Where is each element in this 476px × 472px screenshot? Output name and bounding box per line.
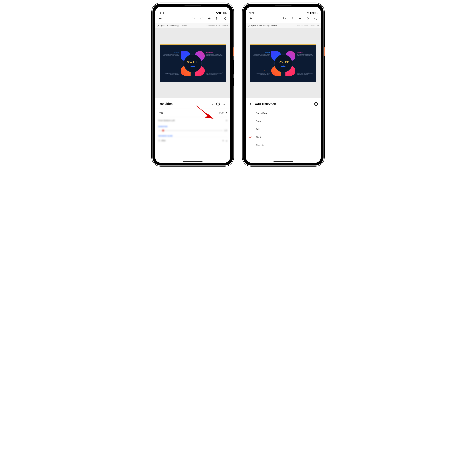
play-button[interactable] bbox=[213, 15, 221, 22]
undo-button[interactable] bbox=[280, 15, 288, 22]
undo-button[interactable] bbox=[190, 15, 198, 22]
transition-option-fall[interactable]: Fall bbox=[246, 125, 321, 133]
speaker-grill bbox=[275, 5, 292, 6]
transition-option-pivot[interactable]: Pivot bbox=[246, 133, 321, 141]
document-title: Zylker - Brand Strategy - Android bbox=[160, 25, 187, 27]
svg-rect-7 bbox=[310, 12, 311, 12]
add-button[interactable] bbox=[205, 15, 213, 22]
play-button[interactable] bbox=[304, 15, 312, 22]
type-value: Pivot bbox=[219, 112, 224, 114]
type-row[interactable]: Type Pivot bbox=[155, 109, 230, 117]
volume-button bbox=[324, 60, 325, 75]
swot-underline bbox=[190, 66, 195, 67]
check-icon bbox=[249, 136, 252, 139]
status-bar: 10:10 100% bbox=[155, 7, 230, 14]
chevron-right-icon bbox=[226, 112, 227, 114]
panel-header: Transition bbox=[155, 98, 230, 109]
swot-title: SWOT bbox=[278, 60, 289, 64]
swot-subtitle: Analysis bbox=[188, 65, 197, 65]
swot-underline bbox=[281, 66, 286, 67]
swot-center: SWOT Analysis bbox=[184, 54, 202, 72]
document-bar: Zylker - Brand Strategy - Android Last s… bbox=[246, 23, 321, 28]
reorder-icon[interactable] bbox=[209, 101, 215, 107]
blurred-options: From Bottom-Left▾ DURATION 1.5 ADVANCE S… bbox=[155, 117, 230, 144]
nav-pill[interactable] bbox=[273, 161, 293, 162]
slide-canvas[interactable]: SWOT Analysis StrengthsA strong brand, l… bbox=[155, 28, 230, 98]
phone-frame-right: 10:10 100% Zylker - Brand Strategy - And… bbox=[242, 3, 324, 166]
list-title: Add Transition bbox=[255, 102, 313, 106]
slide-preview: SWOT Analysis StrengthsA strong brand, l… bbox=[250, 44, 316, 82]
swot-title: SWOT bbox=[187, 60, 198, 64]
panel-back-button[interactable] bbox=[248, 101, 254, 107]
nav-pill[interactable] bbox=[183, 161, 203, 162]
document-title: Zylker - Brand Strategy - Android bbox=[251, 25, 277, 27]
screen-right: 10:10 100% Zylker - Brand Strategy - And… bbox=[246, 7, 321, 163]
slide-canvas[interactable]: SWOT Analysis StrengthsA strong brand, l… bbox=[246, 28, 321, 98]
last-saved-text: Last saved at 12:32:03 PM bbox=[297, 25, 319, 27]
preview-play-icon[interactable] bbox=[215, 101, 221, 107]
redo-button[interactable] bbox=[288, 15, 296, 22]
wifi-icon bbox=[307, 12, 309, 14]
collapse-icon[interactable] bbox=[221, 101, 227, 107]
side-button bbox=[324, 78, 325, 86]
swot-subtitle: Analysis bbox=[279, 65, 288, 65]
edit-icon[interactable] bbox=[157, 25, 159, 27]
direction-value: From Bottom-Left bbox=[158, 119, 175, 122]
redo-button[interactable] bbox=[198, 15, 205, 22]
quad-weaknesses: WeaknessesHigher than industry average t… bbox=[297, 52, 314, 58]
duration-value: 1.5 bbox=[224, 129, 227, 132]
quad-opportunities: OpportunitiesRefer to favorable external… bbox=[162, 69, 179, 75]
volume-button bbox=[233, 60, 234, 75]
back-button[interactable] bbox=[247, 15, 255, 22]
app-toolbar bbox=[155, 14, 230, 23]
add-button[interactable] bbox=[296, 15, 304, 22]
slide-preview: SWOT Analysis StrengthsA strong brand, l… bbox=[160, 44, 226, 82]
quad-threats: ThreatsCommon threats include things lik… bbox=[297, 69, 314, 75]
back-button[interactable] bbox=[156, 15, 164, 22]
add-transition-panel: Add Transition Curvy Float Drop Fall Piv… bbox=[246, 98, 321, 163]
app-toolbar bbox=[246, 14, 321, 23]
advance-label: ADVANCE SLIDE bbox=[158, 133, 227, 137]
type-label: Type bbox=[158, 112, 219, 114]
side-button bbox=[233, 78, 234, 86]
document-bar: Zylker - Brand Strategy - Android Last s… bbox=[155, 23, 230, 28]
preview-play-icon[interactable] bbox=[313, 101, 319, 107]
share-button[interactable] bbox=[312, 15, 320, 22]
screen-left: 10:10 100% Zylker - Brand Strategy - And… bbox=[155, 7, 230, 163]
quad-weaknesses: WeaknessesHigher than industry average t… bbox=[206, 52, 223, 58]
transition-option-rise-up[interactable]: Rise Up bbox=[246, 141, 321, 149]
duration-slider[interactable]: 1.5 bbox=[158, 128, 227, 133]
speaker-grill bbox=[184, 5, 201, 6]
transition-option-drop[interactable]: Drop bbox=[246, 117, 321, 125]
last-saved-text: Last saved at 12:32:03 PM bbox=[206, 25, 228, 27]
wifi-icon bbox=[216, 12, 219, 14]
svg-rect-1 bbox=[220, 12, 220, 12]
power-button bbox=[233, 48, 234, 56]
transition-panel: Transition Type Pivot From Bottom-Left▾ … bbox=[155, 98, 230, 163]
share-button[interactable] bbox=[221, 15, 229, 22]
quad-threats: ThreatsCommon threats include things lik… bbox=[206, 69, 223, 75]
panel-title: Transition bbox=[158, 102, 209, 106]
status-bar: 10:10 100% bbox=[246, 7, 321, 14]
list-header: Add Transition bbox=[246, 98, 321, 109]
quad-opportunities: OpportunitiesRefer to favorable external… bbox=[253, 69, 270, 75]
transition-option-curvy-float[interactable]: Curvy Float bbox=[246, 109, 321, 117]
power-button bbox=[324, 48, 325, 56]
edit-icon[interactable] bbox=[248, 25, 250, 27]
phone-frame-left: 10:10 100% Zylker - Brand Strategy - And… bbox=[152, 3, 234, 166]
quad-strengths: StrengthsA strong brand, loyal customer … bbox=[253, 52, 270, 58]
swot-center: SWOT Analysis bbox=[274, 54, 292, 72]
duration-label: DURATION bbox=[158, 124, 227, 128]
quad-strengths: StrengthsA strong brand, loyal customer … bbox=[162, 52, 179, 58]
